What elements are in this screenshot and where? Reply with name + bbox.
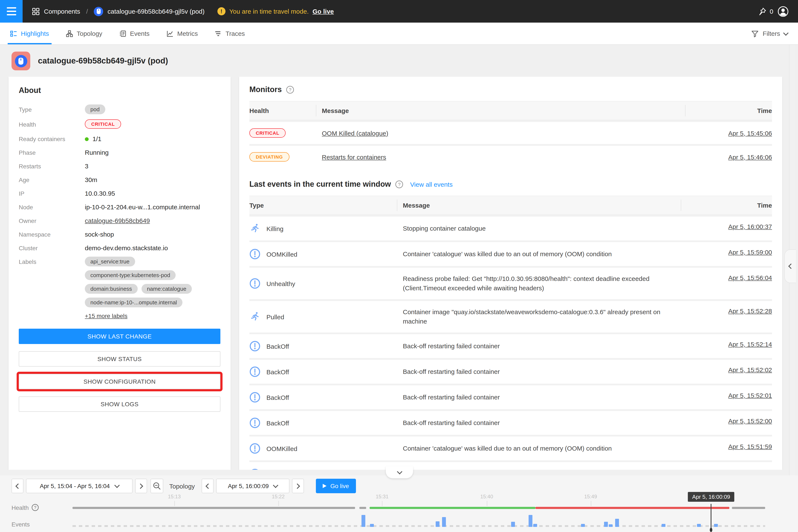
more-labels-link[interactable]: +15 more labels (85, 312, 128, 319)
event-bar[interactable] (511, 522, 515, 527)
health-status-badge: CRITICAL (85, 119, 121, 129)
event-bar[interactable] (581, 524, 585, 527)
field-label: Health (19, 119, 85, 128)
time-marker-dot[interactable] (710, 528, 712, 532)
event-bar[interactable] (604, 522, 608, 527)
help-icon[interactable]: ? (395, 180, 403, 188)
event-bar[interactable] (442, 517, 446, 527)
health-segment-healthy (369, 507, 535, 509)
field-value: 3 (85, 161, 89, 170)
topology-time-picker[interactable]: Apr 5, 16:00:09 (216, 479, 289, 493)
field-label: Age (19, 175, 85, 183)
tab-label: Highlights (21, 30, 49, 37)
label-pill: node-name:ip-10-...ompute.internal (85, 298, 183, 307)
tab-metrics[interactable]: Metrics (167, 23, 198, 44)
event-time-link[interactable]: Apr 5, 15:51:59 (728, 443, 772, 450)
event-bar[interactable] (533, 524, 537, 527)
tick-label: 15:13 (168, 494, 181, 500)
monitor-message-link[interactable]: OOM Killed (catalogue) (322, 129, 388, 137)
event-type: Killing (266, 225, 284, 232)
funnel-icon (751, 30, 759, 37)
field-label: Phase (19, 148, 85, 156)
time-next-button[interactable] (292, 479, 304, 493)
breadcrumb-entity[interactable]: catalogue-69b58cb649-gjl5v (pod) (108, 8, 204, 15)
events-table: Killing Stopping container catalogue Apr… (249, 215, 772, 470)
about-field: Labelsapi_service:truecomponent-type:kub… (19, 256, 221, 319)
event-bar[interactable] (661, 524, 665, 527)
field-label: Labels (19, 256, 85, 265)
chevron-left-icon (788, 263, 794, 269)
event-bar[interactable] (436, 521, 439, 527)
about-field: Age30m (19, 175, 221, 183)
view-all-events-link[interactable]: View all events (410, 181, 453, 188)
go-live-button[interactable]: Go live (316, 479, 356, 493)
event-time-link[interactable]: Apr 5, 15:52:02 (728, 366, 772, 374)
pin-button[interactable]: 0 (758, 7, 773, 16)
page-title: catalogue-69b58cb649-gjl5v (pod) (38, 56, 168, 65)
show-configuration-button[interactable]: SHOW CONFIGURATION (19, 374, 221, 389)
filters-label: Filters (763, 30, 780, 37)
events-table-header: TypeMessageTime (249, 196, 772, 215)
collapse-panel-button[interactable] (784, 249, 796, 283)
go-live-link[interactable]: Go live (312, 8, 334, 15)
monitor-time-link[interactable]: Apr 5, 15:46:06 (728, 153, 772, 160)
event-bar[interactable] (609, 524, 612, 527)
label-pill: api_service:true (85, 256, 135, 266)
column-header: Health (249, 101, 322, 120)
event-bar[interactable] (714, 524, 718, 527)
svg-text:?: ? (398, 182, 400, 187)
owner-link[interactable]: catalogue-69b58cb649 (85, 216, 150, 224)
event-type: BackOff (266, 394, 289, 401)
timeline-chart[interactable]: 15:1315:2215:3115:4015:49Apr 5, 16:00:09 (73, 493, 765, 532)
events-row-label: Events (12, 521, 30, 528)
event-time-link[interactable]: Apr 5, 15:51:16 (728, 469, 772, 470)
breadcrumb-components[interactable]: Components (44, 8, 80, 15)
tab-events[interactable]: Events (119, 23, 150, 44)
show-last-change-button[interactable]: SHOW LAST CHANGE (19, 329, 221, 344)
time-prev-button[interactable] (202, 479, 213, 493)
event-bar[interactable] (370, 524, 374, 527)
monitor-time-link[interactable]: Apr 5, 15:45:06 (728, 129, 772, 137)
monitors-heading-row: Monitors ? (249, 85, 772, 94)
menu-button[interactable] (0, 0, 23, 23)
breadcrumb: Components / catalogue-69b58cb649-gjl5v … (32, 6, 205, 16)
show-status-button[interactable]: SHOW STATUS (19, 351, 221, 367)
range-prev-button[interactable] (12, 479, 23, 493)
time-marker-line[interactable] (711, 504, 712, 529)
events-icon (119, 30, 126, 37)
help-icon[interactable]: ? (32, 504, 39, 511)
event-bar[interactable] (528, 515, 532, 527)
help-icon[interactable]: ? (286, 86, 294, 94)
event-row: BackOff Back-off restarting failed conta… (249, 332, 772, 358)
event-time-link[interactable]: Apr 5, 15:56:04 (728, 274, 772, 281)
event-time-link[interactable]: Apr 5, 15:52:28 (728, 307, 772, 315)
about-field: Namespacesock-shop (19, 229, 221, 238)
event-time-link[interactable]: Apr 5, 15:52:00 (728, 417, 772, 424)
monitor-message-link[interactable]: Restarts for containers (322, 153, 386, 160)
field-label: Ready containers (19, 134, 85, 142)
app: Components / catalogue-69b58cb649-gjl5v … (0, 0, 798, 532)
event-bar[interactable] (697, 524, 701, 527)
range-next-button[interactable] (135, 479, 147, 493)
event-bar[interactable] (615, 519, 619, 527)
field-label: Node (19, 202, 85, 211)
avatar[interactable] (778, 6, 788, 17)
tab-traces[interactable]: Traces (215, 23, 245, 44)
topology-icon (66, 30, 73, 37)
about-field: IP10.0.30.95 (19, 188, 221, 197)
field-label: Restarts (19, 161, 85, 170)
tab-topology[interactable]: Topology (66, 23, 102, 44)
event-time-link[interactable]: Apr 5, 15:59:00 (728, 248, 772, 256)
event-time-link[interactable]: Apr 5, 15:52:01 (728, 392, 772, 399)
filters-button[interactable]: Filters (751, 30, 788, 37)
show-logs-button[interactable]: SHOW LOGS (19, 396, 221, 412)
tick-label: 15:49 (584, 494, 597, 500)
time-range-picker[interactable]: Apr 5, 15:04 - Apr 5, 16:04 (26, 479, 133, 493)
event-time-link[interactable]: Apr 5, 15:52:14 (728, 341, 772, 348)
event-bar[interactable] (361, 515, 365, 527)
zoom-out-button[interactable] (151, 479, 163, 493)
tab-highlights[interactable]: Highlights (10, 23, 49, 44)
expand-events-button[interactable] (386, 467, 413, 478)
warning-icon: ! (217, 7, 226, 15)
event-time-link[interactable]: Apr 5, 16:00:37 (728, 223, 772, 230)
